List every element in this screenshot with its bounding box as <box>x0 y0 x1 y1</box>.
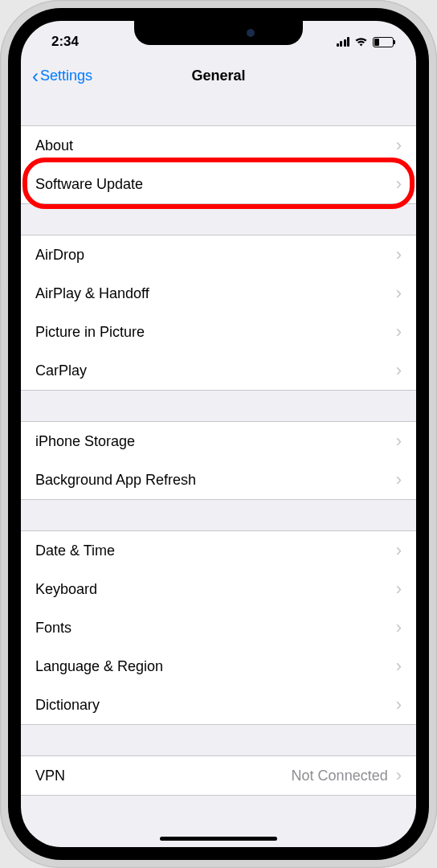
list-group-1: AirDrop › AirPlay & Handoff › Picture in… <box>21 235 416 391</box>
section-gap <box>21 500 416 530</box>
chevron-right-icon: › <box>396 579 402 600</box>
row-label: Fonts <box>35 620 71 637</box>
settings-content: About › Software Update › AirDrop › <box>21 96 416 796</box>
section-gap <box>21 391 416 421</box>
chevron-right-icon: › <box>396 431 402 452</box>
row-dictionary[interactable]: Dictionary › <box>21 686 416 724</box>
row-label: iPhone Storage <box>35 433 135 450</box>
row-airplay-handoff[interactable]: AirPlay & Handoff › <box>21 274 416 313</box>
row-label: Language & Region <box>35 658 163 675</box>
list-group-0: About › Software Update › <box>21 125 416 204</box>
chevron-right-icon: › <box>396 765 402 786</box>
chevron-right-icon: › <box>396 174 402 194</box>
phone-frame: 2:34 <box>0 0 437 868</box>
row-keyboard[interactable]: Keyboard › <box>21 570 416 608</box>
chevron-right-icon: › <box>396 244 402 265</box>
notch <box>134 21 303 45</box>
row-language-region[interactable]: Language & Region › <box>21 647 416 686</box>
section-gap <box>21 96 416 125</box>
cellular-signal-icon <box>337 37 350 47</box>
front-camera <box>247 29 255 37</box>
row-label: AirPlay & Handoff <box>35 285 149 302</box>
row-value: Not Connected <box>292 768 388 784</box>
row-label: Date & Time <box>35 542 115 559</box>
row-iphone-storage[interactable]: iPhone Storage › <box>21 422 416 461</box>
row-label: Software Update <box>35 176 143 193</box>
row-label: AirDrop <box>35 247 84 264</box>
section-gap <box>21 725 416 755</box>
chevron-right-icon: › <box>396 656 402 677</box>
chevron-right-icon: › <box>396 540 402 561</box>
status-indicators <box>337 37 394 47</box>
wifi-icon <box>354 37 368 47</box>
row-label: Background App Refresh <box>35 472 196 489</box>
row-label: VPN <box>35 768 65 784</box>
status-time: 2:34 <box>51 34 79 50</box>
row-picture-in-picture[interactable]: Picture in Picture › <box>21 313 416 351</box>
list-group-3: Date & Time › Keyboard › Fonts › Languag… <box>21 530 416 725</box>
list-group-4: VPN Not Connected › <box>21 755 416 796</box>
row-label: Keyboard <box>35 581 97 598</box>
battery-icon <box>373 37 394 47</box>
row-airdrop[interactable]: AirDrop › <box>21 235 416 274</box>
chevron-left-icon: ‹ <box>32 65 39 88</box>
row-label: Picture in Picture <box>35 324 145 341</box>
row-vpn[interactable]: VPN Not Connected › <box>21 756 416 795</box>
chevron-right-icon: › <box>396 283 402 304</box>
chevron-right-icon: › <box>396 135 402 156</box>
phone-screen: 2:34 <box>21 21 416 847</box>
nav-bar: ‹ Settings General <box>21 56 416 96</box>
row-software-update[interactable]: Software Update › <box>21 165 416 203</box>
chevron-right-icon: › <box>396 694 402 715</box>
row-fonts[interactable]: Fonts › <box>21 608 416 647</box>
volume-down-button <box>0 238 1 288</box>
chevron-right-icon: › <box>396 617 402 638</box>
phone-bezel: 2:34 <box>8 8 429 860</box>
list-group-2: iPhone Storage › Background App Refresh … <box>21 421 416 500</box>
chevron-right-icon: › <box>396 321 402 342</box>
back-button[interactable]: ‹ Settings <box>32 65 92 88</box>
page-title: General <box>191 68 245 84</box>
section-gap <box>21 204 416 235</box>
row-date-time[interactable]: Date & Time › <box>21 531 416 570</box>
chevron-right-icon: › <box>396 469 402 490</box>
silence-switch <box>0 129 1 158</box>
volume-up-button <box>0 177 1 227</box>
home-indicator[interactable] <box>160 837 277 841</box>
row-label: Dictionary <box>35 697 100 714</box>
row-about[interactable]: About › <box>21 126 416 165</box>
row-background-app-refresh[interactable]: Background App Refresh › <box>21 461 416 499</box>
back-label: Settings <box>40 68 92 84</box>
row-carplay[interactable]: CarPlay › <box>21 351 416 390</box>
row-label: About <box>35 137 73 154</box>
row-label: CarPlay <box>35 362 87 379</box>
chevron-right-icon: › <box>396 360 402 381</box>
